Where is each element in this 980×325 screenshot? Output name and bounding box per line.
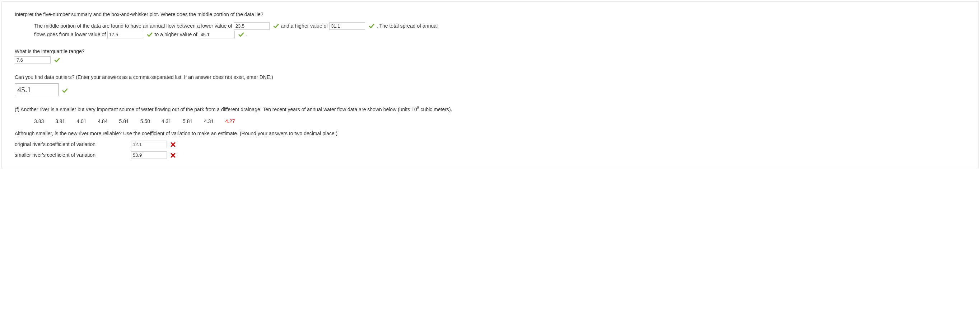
input-lower-mid[interactable] <box>234 22 270 30</box>
outliers-section: Can you find data outliers? (Enter your … <box>15 73 965 96</box>
input-outliers[interactable] <box>15 83 59 96</box>
data-values-row: 3.83 3.81 4.01 4.84 5.81 5.50 4.31 5.81 … <box>34 117 965 126</box>
part-f-intro: (f) Another river is a smaller but very … <box>15 105 965 114</box>
data-value: 4.84 <box>98 117 107 126</box>
cv-original-label: original river's coefficient of variatio… <box>15 140 130 149</box>
input-cv-smaller[interactable] <box>131 151 167 159</box>
text-segment: . The total spread of annual <box>377 23 438 29</box>
text-segment: (f) Another river is a smaller but very … <box>15 106 417 112</box>
check-icon <box>239 32 244 38</box>
text-segment: The middle portion of the data are found… <box>34 23 232 29</box>
data-value: 5.81 <box>183 117 192 126</box>
data-value: 4.01 <box>76 117 86 126</box>
text-segment: cubic meters). <box>419 106 452 112</box>
text-segment: flows goes from a lower value of <box>34 32 106 37</box>
text-segment: . <box>246 32 247 37</box>
cross-icon <box>170 142 175 147</box>
check-icon <box>147 32 153 38</box>
part-f-section: (f) Another river is a smaller but very … <box>15 105 965 160</box>
data-value: 4.31 <box>204 117 213 126</box>
data-value: 4.31 <box>162 117 171 126</box>
text-segment: to a higher value of <box>155 32 197 37</box>
input-iqr[interactable] <box>15 56 51 64</box>
check-icon <box>54 57 60 63</box>
question-container: Interpret the five-number summary and th… <box>2 2 978 168</box>
check-icon <box>369 23 374 29</box>
input-upper-mid[interactable] <box>329 22 365 30</box>
data-value: 5.50 <box>140 117 150 126</box>
cross-icon <box>170 153 175 158</box>
check-icon <box>62 88 68 94</box>
input-lower-spread[interactable] <box>107 31 143 38</box>
cv-original-row: original river's coefficient of variatio… <box>15 140 965 149</box>
part-f-question: Although smaller, is the new river more … <box>15 130 965 138</box>
data-value: 3.83 <box>34 117 44 126</box>
interpret-answer-block: The middle portion of the data are found… <box>34 22 965 39</box>
input-upper-spread[interactable] <box>199 31 235 38</box>
input-cv-original[interactable] <box>131 141 167 148</box>
iqr-prompt: What is the interquartile range? <box>15 48 965 56</box>
cv-smaller-row: smaller river's coefficient of variation <box>15 151 965 160</box>
check-icon <box>273 23 279 29</box>
text-segment: and a higher value of <box>281 23 328 29</box>
data-value: 3.81 <box>55 117 65 126</box>
outliers-prompt: Can you find data outliers? (Enter your … <box>15 73 965 82</box>
data-value-highlighted: 4.27 <box>225 117 235 126</box>
cv-smaller-label: smaller river's coefficient of variation <box>15 151 130 160</box>
interpret-prompt: Interpret the five-number summary and th… <box>15 10 965 19</box>
data-value: 5.81 <box>119 117 129 126</box>
iqr-section: What is the interquartile range? <box>15 48 965 65</box>
